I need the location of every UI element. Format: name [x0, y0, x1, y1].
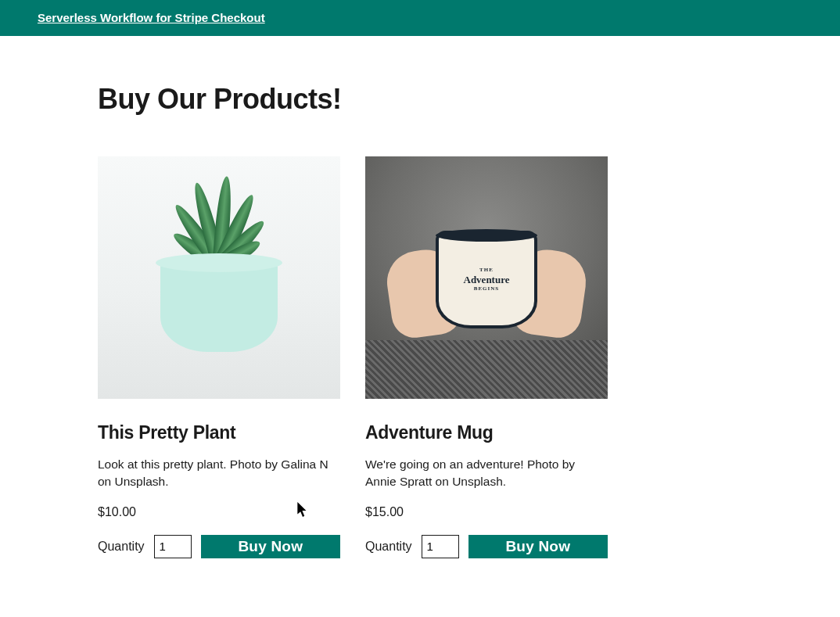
- product-grid: This Pretty Plant Look at this pretty pl…: [98, 156, 742, 558]
- buy-row: Quantity Buy Now: [98, 535, 340, 558]
- quantity-label: Quantity: [98, 540, 145, 554]
- quantity-input[interactable]: [154, 535, 192, 558]
- header-title-link[interactable]: Serverless Workflow for Stripe Checkout: [38, 11, 265, 24]
- product-image-plant: [98, 156, 340, 399]
- mug-graphic-text: THE Adventure BEGINS: [464, 267, 510, 292]
- buy-row: Quantity Buy Now: [365, 535, 608, 558]
- product-card-plant: This Pretty Plant Look at this pretty pl…: [98, 156, 340, 558]
- product-title: This Pretty Plant: [98, 422, 340, 443]
- product-price: $10.00: [98, 505, 340, 519]
- product-price: $15.00: [365, 505, 608, 519]
- quantity-label: Quantity: [365, 540, 412, 554]
- product-card-mug: THE Adventure BEGINS Adventure Mug We're…: [365, 156, 608, 558]
- main-content: Buy Our Products! This Pretty Plant Look…: [60, 36, 780, 590]
- product-description: We're going on an adventure! Photo by An…: [365, 456, 608, 491]
- buy-now-button[interactable]: Buy Now: [468, 535, 608, 558]
- buy-now-button[interactable]: Buy Now: [201, 535, 340, 558]
- quantity-input[interactable]: [422, 535, 459, 558]
- page-title: Buy Our Products!: [98, 83, 742, 116]
- header-bar: Serverless Workflow for Stripe Checkout: [0, 0, 840, 36]
- product-description: Look at this pretty plant. Photo by Gali…: [98, 456, 340, 491]
- product-image-mug: THE Adventure BEGINS: [365, 156, 608, 399]
- product-title: Adventure Mug: [365, 422, 608, 443]
